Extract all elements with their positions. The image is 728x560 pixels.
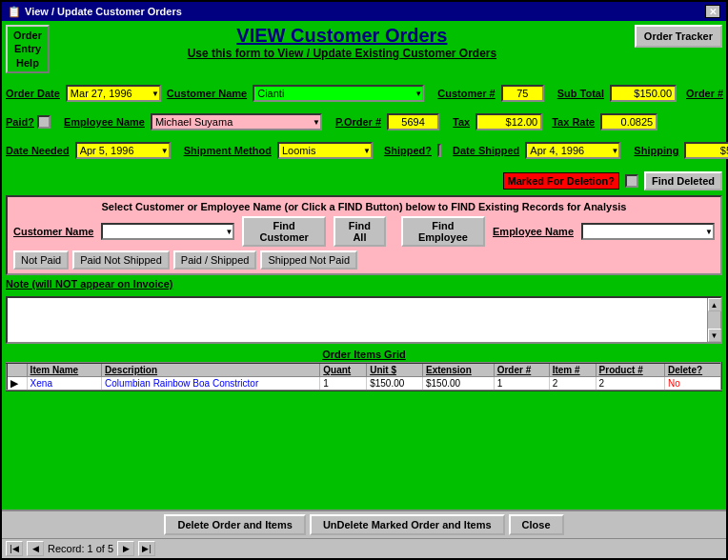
delete-order-btn[interactable]: Delete Order and Items [164, 514, 305, 535]
close-btn[interactable]: Close [509, 514, 564, 535]
note-label: Note (will NOT appear on Invoice) [6, 278, 722, 290]
date-shipped-select[interactable]: Apr 4, 1996 [525, 142, 620, 159]
find-customer-btn[interactable]: Find Customer [242, 216, 326, 247]
col-header-description: Description [102, 363, 320, 377]
find-employee-name-label: Employee Name [493, 226, 574, 237]
form-row-1: Order Date Mar 27, 1996 Customer Name Ci… [6, 76, 722, 110]
customer-num-input[interactable] [501, 85, 544, 102]
col-header-quant: Quant [320, 363, 367, 377]
nav-last-btn[interactable]: ▶| [138, 541, 155, 556]
find-employee-btn[interactable]: Find Employee [401, 216, 485, 247]
find-customer-select[interactable] [101, 223, 234, 240]
header-center: VIEW Customer Orders Use this form to Vi… [50, 25, 635, 60]
not-paid-btn[interactable]: Not Paid [13, 250, 69, 270]
find-employee-select[interactable] [581, 223, 715, 240]
find-section: Select Customer or Employee Name (or Cli… [6, 195, 722, 275]
sub-total-label: Sub Total [557, 88, 604, 99]
grid-title: Order Items Grid [6, 349, 722, 360]
order-items-grid: Item Name Description Quant Unit $ Exten… [6, 362, 722, 391]
ship-method-label: Shipment Method [184, 145, 272, 156]
note-section[interactable]: ▲ ▼ [6, 296, 722, 344]
grid-section: Order Items Grid Item Name Description Q… [6, 349, 722, 506]
filter-row: Not Paid Paid Not Shipped Paid / Shipped… [13, 250, 715, 270]
col-header-order-num: Order # [494, 363, 549, 377]
po-order-label: P.Order # [335, 116, 381, 128]
cell-unit-price: $150.00 [367, 377, 423, 391]
order-date-wrapper: Mar 27, 1996 [66, 85, 161, 102]
cell-order-num: 1 [494, 377, 549, 391]
order-date-label: Order Date [6, 88, 60, 99]
scroll-down-btn[interactable]: ▼ [708, 329, 721, 342]
tax-input[interactable] [475, 113, 542, 130]
shipped-not-paid-btn[interactable]: Shipped Not Paid [260, 250, 357, 270]
sub-total-input[interactable] [610, 85, 677, 102]
customer-name-select[interactable]: Cianti [253, 85, 424, 102]
find-all-btn[interactable]: Find All [334, 216, 386, 247]
shipped-label: Shipped? [384, 145, 432, 156]
order-tracker-area: Order Tracker [635, 25, 722, 48]
row-indicator: ▶ [7, 377, 27, 391]
order-tracker-btn[interactable]: Order Tracker [635, 25, 722, 48]
record-indicator: Record: 1 of 5 [48, 543, 113, 554]
date-needed-wrapper: Apr 5, 1996 [75, 142, 171, 159]
nav-first-btn[interactable]: |◀ [6, 541, 23, 556]
undelete-order-btn[interactable]: UnDelete Marked Order and Items [310, 514, 505, 535]
note-scrollbar[interactable]: ▲ ▼ [707, 298, 720, 342]
shipped-checkbox[interactable] [437, 144, 441, 157]
cell-description: Columbian Rainbow Boa Constrictor [102, 377, 320, 391]
main-window: 📋 View / Update Customer Orders ✕ Order … [0, 0, 728, 560]
paid-shipped-btn[interactable]: Paid / Shipped [173, 250, 257, 270]
tax-rate-label: Tax Rate [552, 116, 595, 128]
grid-header-row: Item Name Description Quant Unit $ Exten… [7, 363, 721, 377]
cell-delete: No [664, 377, 721, 391]
po-order-input[interactable] [387, 113, 439, 130]
col-header-item-name: Item Name [27, 363, 101, 377]
title-bar: 📋 View / Update Customer Orders ✕ [2, 2, 726, 21]
col-header-delete: Delete? [664, 363, 721, 377]
cell-extension: $150.00 [422, 377, 494, 391]
find-employee-select-wrapper [581, 223, 715, 240]
table-row[interactable]: ▶ Xena Columbian Rainbow Boa Constrictor… [7, 377, 721, 391]
close-window-btn[interactable]: ✕ [705, 5, 720, 18]
find-row: Customer Name Find Customer Find All Fin… [13, 216, 715, 247]
order-entry-help-btn[interactable]: Order Entry Help [6, 25, 50, 73]
customer-name-label: Customer Name [167, 88, 247, 99]
cell-item-name: Xena [27, 377, 101, 391]
order-date-select[interactable]: Mar 27, 1996 [66, 85, 161, 102]
find-customer-select-wrapper [101, 223, 234, 240]
col-header-product-num: Product # [596, 363, 664, 377]
form-row-2: Paid? Employee Name Michael Suyama P.Ord… [6, 113, 722, 130]
scroll-up-btn[interactable]: ▲ [708, 298, 721, 311]
shipping-label: Shipping [634, 145, 678, 156]
date-needed-label: Date Needed [6, 145, 70, 156]
col-header-unit-price: Unit $ [367, 363, 423, 377]
paid-checkbox[interactable] [37, 115, 51, 129]
date-shipped-label: Date Shipped [453, 145, 519, 156]
paid-label: Paid? [6, 116, 34, 128]
find-section-title: Select Customer or Employee Name (or Cli… [13, 201, 715, 212]
ship-method-select[interactable]: Loomis [277, 142, 373, 159]
tax-rate-input[interactable] [600, 113, 657, 130]
nav-prev-btn[interactable]: ◀ [27, 541, 44, 556]
form-row-3: Date Needed Apr 5, 1996 Shipment Method … [6, 133, 722, 167]
ship-method-wrapper: Loomis [277, 142, 373, 159]
page-title: VIEW Customer Orders [50, 25, 635, 47]
paid-not-shipped-btn[interactable]: Paid Not Shipped [72, 250, 170, 270]
employee-name-select[interactable]: Michael Suyama [151, 113, 322, 130]
header-area: Order Entry Help VIEW Customer Orders Us… [6, 25, 722, 73]
nav-next-btn[interactable]: ▶ [117, 541, 134, 556]
date-needed-select[interactable]: Apr 5, 1996 [75, 142, 171, 159]
page-subtitle: Use this form to View / Update Existing … [50, 47, 635, 60]
marked-deletion-checkbox[interactable] [625, 174, 638, 188]
cell-quant: 1 [320, 377, 367, 391]
employee-name-wrapper: Michael Suyama [151, 113, 322, 130]
cell-product-num: 2 [596, 377, 664, 391]
deletion-area: Marked For Deletion? Find Deleted [6, 171, 722, 190]
status-bar: |◀ ◀ Record: 1 of 5 ▶ ▶| [2, 538, 726, 558]
find-deleted-btn[interactable]: Find Deleted [644, 171, 722, 190]
marked-deletion-label: Marked For Deletion? [503, 172, 619, 190]
date-shipped-wrapper: Apr 4, 1996 [525, 142, 620, 159]
main-content: Order Entry Help VIEW Customer Orders Us… [2, 21, 726, 510]
shipping-input[interactable] [684, 142, 728, 159]
order-num-label: Order # [686, 88, 723, 99]
